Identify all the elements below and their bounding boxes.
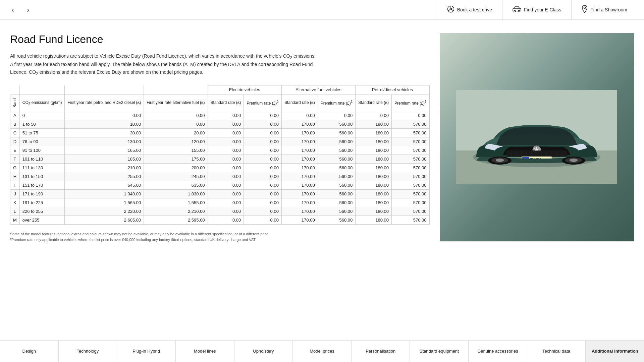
nav-technology[interactable]: Technology — [59, 341, 117, 362]
cell-pd-prem: 570.00 — [391, 181, 429, 190]
prev-arrow[interactable]: ‹ — [7, 4, 19, 16]
cell-petrol: 30.00 — [65, 129, 144, 137]
cell-alt: 155.00 — [144, 146, 208, 155]
cell-co2: 1 to 50 — [19, 120, 65, 129]
th-petrol-empty — [65, 85, 144, 95]
cell-ev-std: 0.00 — [208, 146, 244, 155]
cell-co2: 111 to 130 — [19, 164, 65, 172]
cell-afv-prem: 560.00 — [318, 155, 356, 164]
cell-ev-std: 0.00 — [208, 164, 244, 172]
cell-pd-prem: 570.00 — [391, 129, 429, 137]
cell-afv-prem: 560.00 — [318, 216, 356, 225]
th-pd-std: Standard rate (£) — [356, 95, 392, 111]
cell-afv-prem: 560.00 — [318, 198, 356, 207]
cell-co2: over 255 — [19, 216, 65, 225]
cell-pd-prem: 570.00 — [391, 216, 429, 225]
cell-pd-std: 180.00 — [356, 207, 392, 216]
cell-alt: 1,555.00 — [144, 198, 208, 207]
cell-ev-prem: 0.00 — [244, 190, 282, 198]
cell-petrol: 10.00 — [65, 120, 144, 129]
nav-model-prices[interactable]: Model prices — [293, 341, 352, 362]
cell-pd-prem: 570.00 — [391, 120, 429, 129]
cell-ev-prem: 0.00 — [244, 207, 282, 216]
cell-alt: 175.00 — [144, 155, 208, 164]
th-band: Band — [10, 95, 20, 111]
cell-pd-prem: 570.00 — [391, 190, 429, 198]
th-ev-prem: Premium rate (£)1 — [244, 95, 282, 111]
cell-ev-std: 0.00 — [208, 181, 244, 190]
cell-band: I — [10, 181, 20, 190]
cell-co2: 191 to 225 — [19, 198, 65, 207]
table-row: G 111 to 130 210.00 200.00 0.00 0.00 170… — [10, 164, 430, 172]
cell-pd-std: 180.00 — [356, 198, 392, 207]
cell-co2: 0 — [19, 111, 65, 120]
cell-ev-std: 0.00 — [208, 120, 244, 129]
table-row: L 226 to 255 2,220.00 2,210.00 0.00 0.00… — [10, 207, 430, 216]
cell-afv-std: 170.00 — [281, 164, 318, 172]
cell-pd-std: 180.00 — [356, 172, 392, 181]
cell-ev-prem: 0.00 — [244, 164, 282, 172]
cell-band: L — [10, 207, 20, 216]
cell-afv-std: 0.00 — [281, 111, 318, 120]
cell-afv-std: 170.00 — [281, 120, 318, 129]
cell-afv-std: 170.00 — [281, 190, 318, 198]
cell-petrol: 1,565.00 — [65, 198, 144, 207]
cell-pd-prem: 570.00 — [391, 198, 429, 207]
cell-pd-std: 180.00 — [356, 190, 392, 198]
nav-technical-data[interactable]: Technical data — [527, 341, 586, 362]
footnote-line2: ¹Premium rate only applicable to vehicle… — [10, 237, 430, 243]
cell-afv-prem: 560.00 — [318, 181, 356, 190]
cell-afv-prem: 560.00 — [318, 164, 356, 172]
cell-pd-std: 180.00 — [356, 120, 392, 129]
cell-band: D — [10, 137, 20, 146]
cell-pd-std: 180.00 — [356, 129, 392, 137]
th-afv-prem: Premium rate (£)1 — [318, 95, 356, 111]
table-wrapper: Electric vehicles Alternative fuel vehic… — [10, 85, 430, 225]
cell-pd-std: 180.00 — [356, 181, 392, 190]
th-band-empty — [10, 85, 20, 95]
nav-model-lines[interactable]: Model lines — [176, 341, 234, 362]
find-e-class-btn[interactable]: Find your E-Class — [502, 0, 571, 20]
cell-alt: 1,030.00 — [144, 190, 208, 198]
cell-ev-prem: 0.00 — [244, 181, 282, 190]
cell-pd-std: 180.00 — [356, 216, 392, 225]
nav-personalisation[interactable]: Personalisation — [352, 341, 410, 362]
car-svg: S MB 3003E — [456, 90, 617, 184]
svg-point-33 — [496, 159, 504, 162]
cell-pd-std: 180.00 — [356, 155, 392, 164]
cell-petrol: 210.00 — [65, 164, 144, 172]
th-alt-fuel-group: Alternative fuel vehicles — [281, 85, 355, 95]
find-showroom-btn[interactable]: Find a Showroom — [571, 0, 637, 20]
header-nav-left: ‹ › — [7, 4, 34, 16]
th-afv-std: Standard rate (£) — [281, 95, 318, 111]
cell-afv-prem: 560.00 — [318, 129, 356, 137]
svg-point-8 — [584, 7, 586, 8]
cell-ev-prem: 0.00 — [244, 111, 282, 120]
cell-afv-prem: 560.00 — [318, 190, 356, 198]
cell-pd-prem: 0.00 — [391, 111, 429, 120]
nav-plug-in-hybrid[interactable]: Plug-in Hybrid — [117, 341, 176, 362]
table-row: A 0 0.00 0.00 0.00 0.00 0.00 0.00 0.00 0… — [10, 111, 430, 120]
nav-genuine-accessories[interactable]: Genuine accessories — [469, 341, 527, 362]
nav-upholstery[interactable]: Upholstery — [234, 341, 293, 362]
cell-pd-prem: 570.00 — [391, 137, 429, 146]
book-test-drive-btn[interactable]: Book a test drive — [437, 0, 502, 20]
cell-co2: 91 to 100 — [19, 146, 65, 155]
next-arrow[interactable]: › — [22, 4, 34, 16]
th-co2: CO2 emissions (g/km) — [19, 95, 65, 111]
cell-pd-prem: 570.00 — [391, 164, 429, 172]
find-e-class-label: Find your E-Class — [524, 7, 561, 12]
cell-ev-std: 0.00 — [208, 172, 244, 181]
nav-additional-information[interactable]: Additional information — [586, 341, 644, 362]
car-image-section: S MB 3003E — [440, 33, 634, 242]
cell-band: G — [10, 164, 20, 172]
cell-petrol: 2,605.00 — [65, 216, 144, 225]
cell-petrol: 645.00 — [65, 181, 144, 190]
nav-standard-equipment[interactable]: Standard equipment — [410, 341, 469, 362]
steering-wheel-icon — [447, 5, 454, 14]
nav-design[interactable]: Design — [0, 341, 59, 362]
cell-alt: 20.00 — [144, 129, 208, 137]
cell-ev-std: 0.00 — [208, 129, 244, 137]
cell-co2: 151 to 170 — [19, 181, 65, 190]
cell-band: C — [10, 129, 20, 137]
